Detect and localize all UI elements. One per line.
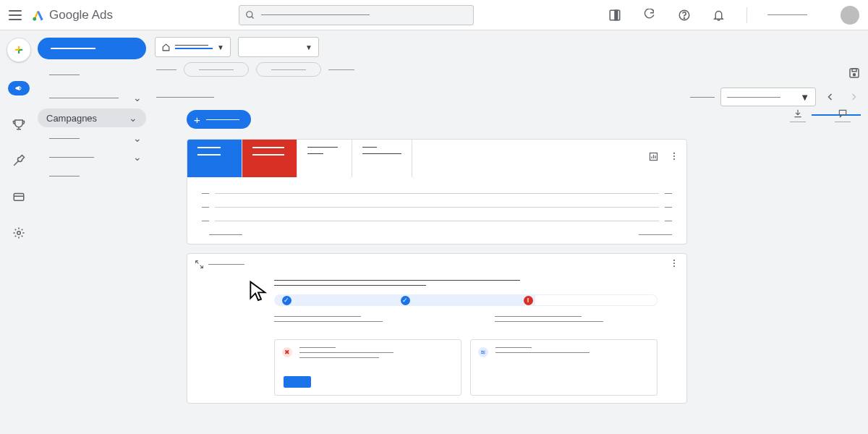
reports-icon[interactable] xyxy=(608,8,622,22)
date-next-button xyxy=(845,88,862,106)
date-range-label xyxy=(690,97,715,98)
account-selector[interactable]: ▼ xyxy=(155,37,231,57)
optimization-score-card: ✓ ✓ ! ✖ xyxy=(187,253,687,404)
svg-point-12 xyxy=(854,74,856,76)
rail-billing-icon[interactable] xyxy=(12,190,26,204)
sidebar: ⌄ Campagnes⌄ ⌄ ⌄ xyxy=(38,30,150,434)
score-detail-col-1 xyxy=(274,316,437,326)
rec-badge-icon: ≋ xyxy=(478,347,488,357)
date-range-controls: ▼ xyxy=(690,88,862,106)
svg-point-0 xyxy=(33,17,36,20)
new-campaign-button[interactable]: + xyxy=(187,110,251,129)
step-1: ✓ xyxy=(282,296,292,305)
rec-badge-icon: ✖ xyxy=(282,347,292,357)
chart-more-icon[interactable] xyxy=(669,151,679,164)
filter-bar xyxy=(150,59,868,80)
avatar[interactable] xyxy=(841,6,859,25)
chart-area xyxy=(187,177,686,234)
metric-tab-1[interactable] xyxy=(187,140,242,177)
score-heading xyxy=(274,280,520,281)
score-card-more-icon[interactable] xyxy=(669,258,679,271)
expand-icon[interactable] xyxy=(195,260,204,269)
help-icon[interactable] xyxy=(677,8,692,22)
sidebar-item-label: Campagnes xyxy=(46,113,97,124)
svg-point-1 xyxy=(247,11,252,17)
refresh-icon[interactable] xyxy=(642,8,657,22)
hamburger-icon[interactable] xyxy=(9,10,22,20)
rail-settings-icon[interactable] xyxy=(12,226,26,240)
page-title xyxy=(156,97,214,98)
download-button[interactable] xyxy=(790,109,806,122)
performance-chart-card xyxy=(187,139,687,244)
caret-down-icon: ▼ xyxy=(217,43,224,51)
step-3: ! xyxy=(524,296,533,305)
left-rail: + xyxy=(0,30,38,434)
chart-settings-icon[interactable] xyxy=(648,151,659,164)
score-detail-col-2 xyxy=(495,316,658,326)
metric-tab-2[interactable] xyxy=(242,140,297,177)
create-button[interactable]: + xyxy=(7,38,31,62)
score-subheading xyxy=(274,285,426,286)
rail-campaigns-icon[interactable] xyxy=(8,81,30,95)
sidebar-item-4[interactable]: ⌄ xyxy=(38,148,150,166)
svg-point-17 xyxy=(673,259,675,260)
account-label[interactable] xyxy=(767,14,807,15)
svg-rect-7 xyxy=(14,194,24,201)
step-2: ✓ xyxy=(401,296,410,305)
sidebar-item-campagnes[interactable]: Campagnes⌄ xyxy=(38,109,146,127)
sidebar-item-3[interactable]: ⌄ xyxy=(38,129,150,148)
google-ads-logo-icon xyxy=(32,9,45,22)
svg-point-16 xyxy=(673,158,675,160)
filter-more[interactable] xyxy=(328,69,354,70)
scope-toolbar: ▼ ▼ xyxy=(150,30,868,59)
svg-point-18 xyxy=(673,262,675,263)
plus-icon: + xyxy=(194,114,200,125)
metric-tab-4[interactable] xyxy=(352,140,412,177)
sidebar-item-0[interactable] xyxy=(38,65,150,84)
global-search-input[interactable] xyxy=(239,5,474,25)
product-logo[interactable]: Google Ads xyxy=(32,8,113,22)
date-range-selector[interactable]: ▼ xyxy=(720,88,816,106)
metric-tab-3[interactable] xyxy=(297,140,352,177)
recommendation-card-1[interactable]: ✖ xyxy=(274,339,461,396)
table-actions xyxy=(790,109,851,122)
chevron-down-icon: ⌄ xyxy=(133,92,142,103)
header-actions xyxy=(608,6,859,25)
svg-point-6 xyxy=(684,17,684,18)
svg-point-19 xyxy=(673,265,675,267)
svg-rect-11 xyxy=(852,69,856,72)
chart-x-start xyxy=(209,234,242,235)
svg-rect-4 xyxy=(615,10,618,20)
score-card-label xyxy=(208,264,244,265)
chevron-down-icon: ⌄ xyxy=(129,112,137,124)
rail-tools-icon[interactable] xyxy=(12,153,26,168)
home-icon xyxy=(161,43,171,52)
progress-stepper: ✓ ✓ ! xyxy=(274,294,658,306)
app-header: Google Ads xyxy=(0,0,868,30)
notifications-icon[interactable] xyxy=(712,8,726,22)
filter-chip-1[interactable] xyxy=(184,62,249,77)
svg-line-2 xyxy=(252,16,254,18)
rec-cta-button[interactable] xyxy=(284,376,311,388)
filter-chip-2[interactable] xyxy=(256,62,321,77)
rail-goals-icon[interactable] xyxy=(12,117,26,132)
save-panel-icon[interactable] xyxy=(848,67,861,82)
metric-tabs xyxy=(187,140,686,177)
sidebar-overview[interactable] xyxy=(38,38,146,59)
main-content: ▼ ▼ ▼ xyxy=(150,30,868,434)
svg-point-14 xyxy=(673,153,675,154)
feedback-button[interactable] xyxy=(835,109,851,122)
filter-label xyxy=(156,69,176,70)
sidebar-item-1[interactable]: ⌄ xyxy=(38,88,150,107)
svg-point-9 xyxy=(17,231,21,235)
recommendation-card-2[interactable]: ≋ xyxy=(470,339,658,396)
date-prev-button[interactable] xyxy=(822,88,839,106)
chevron-down-icon: ⌄ xyxy=(133,151,142,163)
caret-down-icon: ▼ xyxy=(800,92,809,103)
sidebar-item-5[interactable] xyxy=(38,166,150,185)
divider xyxy=(746,7,747,23)
caret-down-icon: ▼ xyxy=(305,43,312,51)
product-name: Google Ads xyxy=(49,8,113,22)
search-placeholder xyxy=(261,14,370,15)
scope-selector[interactable]: ▼ xyxy=(238,37,319,57)
